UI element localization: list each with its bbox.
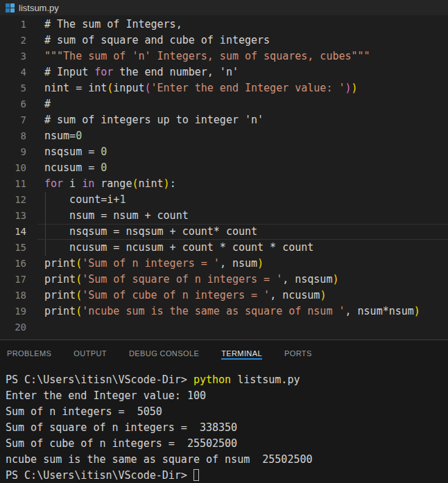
token: i — [63, 177, 82, 190]
code-text: nsum = nsum + count — [44, 208, 189, 224]
tab-listsum-py[interactable]: listsum.py — [6, 0, 59, 15]
code-line-13[interactable]: 13 nsum = nsum + count — [0, 208, 448, 224]
token: ( — [76, 289, 82, 301]
token: ( — [76, 273, 82, 286]
panel-tab-debug-console[interactable]: DEBUG CONSOLE — [129, 340, 199, 367]
token: count=i+ — [44, 193, 119, 206]
token: ( — [76, 305, 82, 317]
line-number: 15 — [0, 240, 26, 256]
code-line-5[interactable]: 5nint = int(input('Enter the end Integer… — [0, 80, 448, 96]
code-text: ncusum = ncusum + count * count * count — [44, 240, 313, 256]
token: ) — [345, 82, 352, 94]
panel-tab-problems[interactable]: PROBLEMS — [7, 340, 51, 367]
code-text: print('Sum of n integers = ', nsum) — [44, 256, 264, 272]
code-text: print('ncube sum is the same as square o… — [44, 304, 420, 319]
code-line-7[interactable]: 7# sum of integers up to integer 'n' — [0, 112, 448, 128]
token: nsum = nsum + count — [44, 209, 189, 222]
tab-filename: listsum.py — [19, 3, 59, 13]
code-line-11[interactable]: 11for i in range(nint): — [0, 176, 448, 192]
line-number: 7 — [0, 112, 26, 128]
token: 0 — [101, 146, 107, 158]
token: in — [82, 177, 94, 190]
code-line-3[interactable]: 3"""The sum of 'n' Integers, sum of squa… — [0, 49, 448, 64]
token: , nsum — [220, 257, 257, 270]
token: ( — [107, 82, 113, 94]
token: for — [94, 66, 113, 78]
line-number: 1 — [0, 17, 26, 33]
line-number: 6 — [0, 96, 26, 112]
code-line-4[interactable]: 4# Input for the end number, 'n' — [0, 64, 448, 80]
code-line-10[interactable]: 10ncusum = 0 — [0, 160, 448, 176]
code-text: nsum=0 — [44, 128, 82, 144]
token: Sum of cube of n integers = 25502500 — [6, 437, 237, 450]
code-line-1[interactable]: 1# The sum of Integers, — [0, 17, 448, 33]
line-number: 13 — [0, 208, 26, 224]
code-text: count=i+1 — [44, 192, 126, 208]
token: : — [170, 177, 176, 190]
token: the end number, 'n' — [113, 66, 239, 78]
token: ncusum = ncusum + count * count * count — [44, 241, 313, 254]
code-line-14[interactable]: 14 nsqsum = nsqsum + count* count — [0, 224, 448, 240]
code-line-15[interactable]: 15 ncusum = ncusum + count * count * cou… — [0, 240, 448, 256]
line-number: 11 — [0, 176, 26, 192]
token: print — [44, 273, 76, 286]
terminal-line-5: Sum of cube of n integers = 25502500 — [6, 436, 448, 452]
code-text: # The sum of Integers, — [44, 17, 182, 33]
terminal[interactable]: PS C:\Users\itisn\VScode-Dir> python lis… — [0, 367, 448, 483]
panel-tab-ports[interactable]: PORTS — [284, 340, 312, 367]
code-text: print('Sum of square of n integers = ', … — [44, 272, 338, 288]
panel-tab-output[interactable]: OUTPUT — [74, 340, 107, 367]
code-line-20[interactable]: 20 — [0, 319, 448, 335]
token: ) — [332, 273, 338, 286]
code-line-12[interactable]: 12 count=i+1 — [0, 192, 448, 208]
token: # — [44, 98, 51, 110]
code-line-6[interactable]: 6# — [0, 96, 448, 112]
terminal-line-7: PS C:\Users\itisn\VScode-Dir> — [6, 468, 448, 483]
token: , nsqsum — [282, 273, 332, 286]
panel-tabs: PROBLEMSOUTPUTDEBUG CONSOLETERMINALPORTS — [0, 340, 448, 367]
python-file-icon — [6, 3, 15, 12]
token: ncube sum is the same as square of nsum … — [6, 453, 313, 466]
code-text: ncusum = 0 — [44, 160, 107, 176]
code-text: # Input for the end number, 'n' — [44, 64, 239, 80]
code-text: # — [44, 96, 51, 112]
line-number: 17 — [0, 272, 26, 288]
panel-tab-terminal[interactable]: TERMINAL — [221, 340, 262, 367]
code-line-9[interactable]: 9nsqsum = 0 — [0, 144, 448, 160]
token: nsum= — [44, 130, 76, 142]
code-line-8[interactable]: 8nsum=0 — [0, 128, 448, 144]
line-number: 20 — [0, 319, 26, 335]
token: ) — [164, 177, 170, 190]
token: range — [94, 177, 132, 190]
token: 'ncube sum is the same as square of nsum… — [82, 305, 345, 317]
line-number: 10 — [0, 160, 26, 176]
code-line-18[interactable]: 18print('Sum of cube of n integers = ', … — [0, 288, 448, 304]
token: , ncusum — [270, 289, 320, 301]
terminal-line-1: PS C:\Users\itisn\VScode-Dir> python lis… — [6, 372, 448, 388]
token: nsqsum = — [44, 146, 101, 158]
line-number: 18 — [0, 288, 26, 304]
code-text: for i in range(nint): — [44, 176, 176, 192]
code-line-19[interactable]: 19print('ncube sum is the same as square… — [0, 304, 448, 319]
token: ) — [257, 257, 264, 270]
tab-bar: listsum.py — [0, 0, 448, 15]
line-number: 3 — [0, 49, 26, 64]
token: 'Sum of square of n integers = ' — [82, 273, 282, 286]
token: Sum of square of n integers = 338350 — [6, 421, 237, 434]
token: 'Enter the end Integer value: ' — [151, 82, 345, 94]
token: ) — [320, 289, 326, 301]
terminal-line-2: Enter the end Integer value: 100 — [6, 388, 448, 404]
terminal-cursor — [193, 469, 199, 481]
code-line-17[interactable]: 17print('Sum of square of n integers = '… — [0, 272, 448, 288]
code-line-16[interactable]: 16print('Sum of n integers = ', nsum) — [0, 256, 448, 272]
token: ) — [352, 82, 358, 94]
editor[interactable]: 1# The sum of Integers,2# sum of square … — [0, 15, 448, 339]
token: """The sum of 'n' Integers, sum of squar… — [44, 50, 370, 62]
token: ncusum = — [44, 161, 101, 174]
terminal-line-6: ncube sum is the same as square of nsum … — [6, 452, 448, 468]
token: python — [193, 374, 231, 386]
code-line-2[interactable]: 2# sum of square and cube of integers — [0, 33, 448, 49]
vscode-window: listsum.py 1# The sum of Integers,2# sum… — [0, 0, 448, 483]
token: # sum of square and cube of integers — [44, 34, 270, 46]
editor-lines: 1# The sum of Integers,2# sum of square … — [0, 17, 448, 335]
